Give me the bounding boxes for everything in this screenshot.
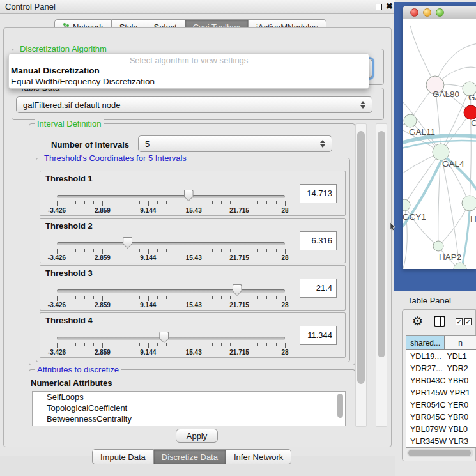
threshold-value-field[interactable]: 11.344 (300, 326, 337, 345)
tab-label: Infer Network (234, 452, 283, 462)
combo-arrows-icon (320, 140, 325, 148)
network-node-label: H (470, 214, 476, 224)
threshold-slider-track[interactable] (57, 289, 285, 293)
network-node-hap2[interactable] (433, 241, 443, 251)
interval-definition-group-label: Interval Definition (35, 119, 104, 128)
combo-arrows-icon (360, 101, 365, 109)
attribute-list-item[interactable]: SelfLoops (33, 392, 345, 403)
network-node[interactable] (454, 263, 466, 269)
algorithm-placeholder-option[interactable]: Select algorithm to view settings (9, 56, 369, 65)
column-header-name[interactable]: n (445, 336, 476, 349)
threshold-slider-track[interactable] (57, 195, 285, 198)
attribute-list-item[interactable]: TopologicalCoefficient (33, 403, 345, 413)
network-node-label: HAP2 (439, 252, 461, 262)
node-table: shared... n YDL19...YDL1YDR27...YDR2YBR0… (406, 335, 476, 448)
algorithm-option-manual[interactable]: Manual Discretization (11, 66, 100, 75)
network-node-label-partial: C (471, 118, 476, 128)
threshold-tick-labels: -3.4262.8599.14415.4321.71528 (57, 207, 285, 215)
network-node-label-partial: GA (468, 93, 476, 102)
column-header-shared-name[interactable]: shared... (406, 336, 445, 349)
table-horizontal-scrollbar[interactable] (407, 449, 473, 457)
cell-name: YLR3 (447, 437, 476, 446)
algorithm-option-equal-width[interactable]: Equal Width/Frequency Discretization (11, 77, 155, 86)
number-of-intervals-combobox[interactable]: 5 (138, 135, 332, 152)
network-node-gal11[interactable] (404, 114, 417, 127)
network-node-gal4[interactable] (433, 144, 449, 160)
checkbox-icon[interactable]: ✓ (456, 318, 463, 325)
attributes-group-label: Attributes to discretize (35, 365, 121, 374)
apply-button[interactable]: Apply (176, 429, 218, 443)
network-node-h[interactable] (462, 196, 476, 211)
cell-name: YBL0 (446, 425, 476, 434)
threshold-tick-marks (57, 249, 285, 254)
numerical-attributes-list[interactable]: SelfLoopsTopologicalCoefficientBetweenne… (32, 391, 346, 426)
threshold-tick-labels: -3.4262.8599.14415.4321.71528 (57, 254, 285, 262)
cell-shared-name: YDR27... (406, 364, 445, 373)
float-window-icon[interactable] (376, 4, 382, 10)
checkbox-icon[interactable]: ✓ (464, 318, 472, 325)
table-row[interactable]: YLR345WYLR3 (406, 435, 476, 447)
network-graph: GAL80GAL11GAL4GCY1HHAP2GAC (403, 19, 476, 269)
table-row[interactable]: YPR145WYPR1 (406, 387, 476, 399)
table-row[interactable]: YBR043CYBR0 (406, 374, 476, 387)
threshold-slider-handle[interactable] (233, 284, 242, 296)
network-node-label: GCY1 (403, 212, 426, 222)
tab-label: Discretize Data (162, 452, 218, 462)
network-edge (410, 26, 435, 85)
outer-scrollbar[interactable] (376, 123, 387, 427)
threshold-panel: Threshold 3 -3.4262.8599.14415.4321.7152… (40, 265, 346, 311)
table-row[interactable]: YIL052CYIL0 (406, 447, 476, 448)
threshold-value-field[interactable]: 14.713 (300, 184, 337, 203)
cell-name: YDL1 (445, 352, 476, 361)
bottom-tab-bar: Impute DataDiscretize DataInfer Network (92, 449, 291, 464)
gear-icon[interactable]: ⚙ (412, 315, 423, 327)
numerical-attributes-label: Numerical Attributes (31, 378, 112, 388)
mac-close-button[interactable] (410, 8, 418, 17)
network-edge-highlighted (461, 211, 470, 269)
cell-name: YPR1 (447, 388, 476, 397)
tab-discretize-data[interactable]: Discretize Data (154, 449, 226, 464)
table-row[interactable]: YBR045CYBR0 (406, 411, 476, 423)
network-node-label: GAL4 (442, 159, 464, 169)
threshold-label: Threshold 1 (45, 174, 93, 183)
table-data-combobox[interactable]: galFiltered.sif default node (16, 96, 372, 113)
close-icon[interactable]: ✖ (386, 1, 393, 11)
threshold-slider-handle[interactable] (159, 332, 169, 343)
split-column-icon[interactable] (434, 316, 445, 327)
table-row[interactable]: YDL19...YDL1 (406, 350, 476, 362)
network-canvas[interactable]: GAL80GAL11GAL4GCY1HHAP2GAC (403, 19, 476, 269)
mouse-cursor (390, 222, 397, 231)
threshold-tick-marks (57, 343, 285, 349)
threshold-tick-marks (57, 296, 285, 302)
network-node[interactable] (464, 105, 476, 119)
network-window: GAL80GAL11GAL4GCY1HHAP2GAC (403, 6, 476, 269)
tab-infer-network[interactable]: Infer Network (226, 449, 291, 464)
algorithm-dropdown-popup: Select algorithm to view settings Manual… (8, 53, 369, 89)
threshold-slider-track[interactable] (57, 337, 285, 340)
threshold-value-field[interactable]: 21.4 (300, 279, 337, 298)
threshold-value-field[interactable]: 6.316 (300, 231, 337, 250)
cell-name: YBR0 (446, 376, 476, 385)
cell-shared-name: YER054C (406, 401, 446, 410)
threshold-slider-handle[interactable] (184, 190, 194, 201)
threshold-slider-track[interactable] (57, 242, 285, 245)
table-row[interactable]: YBL079WYBL0 (406, 423, 476, 435)
cell-name: YBR0 (446, 413, 476, 422)
node-table-body: YDL19...YDL1YDR27...YDR2YBR043CYBR0YPR14… (406, 350, 476, 448)
threshold-panel: Threshold 2 -3.4262.8599.14415.4321.7152… (40, 218, 346, 263)
attributes-list-scrollbar[interactable] (337, 394, 343, 418)
mac-zoom-button[interactable] (436, 8, 444, 17)
attribute-list-item[interactable]: BetweennessCentrality (33, 413, 345, 424)
threshold-tick-labels: -3.4262.8599.14415.4321.71528 (57, 302, 285, 309)
cell-shared-name: YDL19... (406, 352, 445, 361)
table-row[interactable]: YDR27...YDR2 (406, 362, 476, 374)
network-node-label: GAL11 (409, 127, 435, 137)
node-table-header: shared... n (406, 336, 476, 350)
mac-minimize-button[interactable] (423, 8, 431, 17)
cell-shared-name: YPR145W (406, 388, 447, 397)
inner-scrollbar[interactable] (355, 123, 367, 427)
table-row[interactable]: YER054CYER0 (406, 399, 476, 411)
threshold-slider-handle[interactable] (123, 237, 132, 249)
network-node-gcy1[interactable] (403, 199, 410, 211)
tab-impute-data[interactable]: Impute Data (92, 449, 154, 464)
